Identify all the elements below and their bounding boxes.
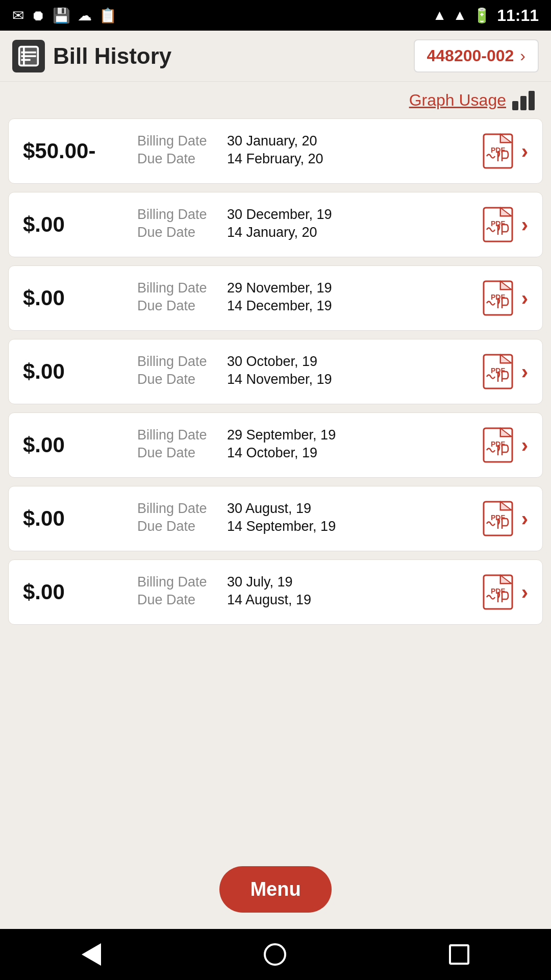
- header-left: Bill History: [12, 40, 171, 72]
- bill-amount-1: $.00: [23, 212, 125, 237]
- recents-button[interactable]: [449, 944, 469, 965]
- signal-icon: ▲: [453, 7, 467, 23]
- billing-date-row-5: Billing Date 30 August, 19: [137, 501, 470, 517]
- due-date-value-6: 14 August, 19: [227, 592, 311, 608]
- billing-date-value-2: 29 November, 19: [227, 280, 332, 296]
- due-date-label-5: Due Date: [137, 519, 219, 534]
- bill-item[interactable]: $.00 Billing Date 30 October, 19 Due Dat…: [8, 339, 543, 404]
- billing-date-label-3: Billing Date: [137, 354, 219, 370]
- billing-date-label-1: Billing Date: [137, 207, 219, 223]
- due-date-value-3: 14 November, 19: [227, 372, 332, 387]
- due-date-value-4: 14 October, 19: [227, 445, 317, 461]
- pdf-icon-5[interactable]: PDF: [483, 501, 513, 536]
- due-date-value-2: 14 December, 19: [227, 298, 332, 314]
- bill-dates-5: Billing Date 30 August, 19 Due Date 14 S…: [125, 501, 483, 536]
- due-date-row-4: Due Date 14 October, 19: [137, 445, 470, 461]
- recents-icon: [449, 944, 469, 965]
- due-date-label-1: Due Date: [137, 225, 219, 240]
- due-date-value-5: 14 September, 19: [227, 519, 336, 534]
- account-number: 448200-002: [427, 46, 514, 65]
- status-bar: ✉ ⏺ 💾 ☁ 📋 ▲ ▲ 🔋 11:11: [0, 0, 551, 31]
- record-icon: ⏺: [31, 7, 45, 24]
- pdf-icon-0[interactable]: PDF: [483, 133, 513, 169]
- back-icon: [82, 943, 101, 966]
- bill-amount-2: $.00: [23, 286, 125, 310]
- account-button[interactable]: 448200-002 ›: [414, 39, 539, 72]
- bill-actions-4: PDF ›: [483, 427, 528, 463]
- bill-dates-3: Billing Date 30 October, 19 Due Date 14 …: [125, 354, 483, 389]
- bill-chevron-icon-5: ›: [521, 507, 528, 530]
- billing-date-label-5: Billing Date: [137, 501, 219, 517]
- bill-chevron-icon-4: ›: [521, 434, 528, 457]
- pdf-icon-6[interactable]: PDF: [483, 574, 513, 610]
- due-date-label-2: Due Date: [137, 298, 219, 314]
- due-date-label-0: Due Date: [137, 151, 219, 167]
- billing-date-row-1: Billing Date 30 December, 19: [137, 207, 470, 223]
- due-date-label-6: Due Date: [137, 592, 219, 608]
- billing-date-row-6: Billing Date 30 July, 19: [137, 574, 470, 590]
- pdf-icon-3[interactable]: PDF: [483, 354, 513, 389]
- billing-date-row-0: Billing Date 30 January, 20: [137, 133, 470, 149]
- email-icon: ✉: [12, 7, 24, 24]
- graph-usage-button[interactable]: Graph Usage: [409, 90, 535, 110]
- bill-history-icon: [12, 40, 45, 72]
- bill-actions-5: PDF ›: [483, 501, 528, 536]
- back-button[interactable]: [82, 943, 101, 966]
- bar-chart-icon: [512, 90, 535, 110]
- graph-usage-label: Graph Usage: [409, 91, 506, 110]
- bar-1: [512, 101, 518, 110]
- home-button[interactable]: [264, 943, 286, 966]
- due-date-row-6: Due Date 14 August, 19: [137, 592, 470, 608]
- bill-item[interactable]: $.00 Billing Date 29 November, 19 Due Da…: [8, 265, 543, 331]
- bill-chevron-icon-6: ›: [521, 581, 528, 604]
- billing-date-label-2: Billing Date: [137, 280, 219, 296]
- bill-actions-2: PDF ›: [483, 280, 528, 316]
- billing-date-row-3: Billing Date 30 October, 19: [137, 354, 470, 370]
- billing-date-row-2: Billing Date 29 November, 19: [137, 280, 470, 296]
- billing-date-label-6: Billing Date: [137, 574, 219, 590]
- bill-item[interactable]: $.00 Billing Date 29 September, 19 Due D…: [8, 412, 543, 478]
- bill-item[interactable]: $.00 Billing Date 30 December, 19 Due Da…: [8, 192, 543, 257]
- due-date-row-3: Due Date 14 November, 19: [137, 372, 470, 387]
- pdf-icon-1[interactable]: PDF: [483, 207, 513, 242]
- status-icons-left: ✉ ⏺ 💾 ☁ 📋: [12, 7, 117, 24]
- status-time: 11:11: [497, 6, 539, 25]
- bill-amount-6: $.00: [23, 580, 125, 604]
- due-date-row-1: Due Date 14 January, 20: [137, 225, 470, 240]
- bill-chevron-icon-1: ›: [521, 213, 528, 236]
- bill-actions-3: PDF ›: [483, 354, 528, 389]
- due-date-label-3: Due Date: [137, 372, 219, 387]
- wifi-icon: ▲: [433, 7, 447, 23]
- bill-item[interactable]: $.00 Billing Date 30 July, 19 Due Date 1…: [8, 559, 543, 625]
- billing-date-label-4: Billing Date: [137, 427, 219, 443]
- nav-bar: [0, 929, 551, 980]
- due-date-value-1: 14 January, 20: [227, 225, 317, 240]
- bill-actions-1: PDF ›: [483, 207, 528, 242]
- menu-button[interactable]: Menu: [219, 866, 331, 913]
- bill-amount-0: $50.00-: [23, 139, 125, 163]
- pdf-icon-4[interactable]: PDF: [483, 427, 513, 463]
- billing-date-value-0: 30 January, 20: [227, 133, 317, 149]
- bar-2: [520, 96, 527, 110]
- header: Bill History 448200-002 ›: [0, 31, 551, 82]
- menu-container: Menu: [0, 854, 551, 929]
- billing-date-value-6: 30 July, 19: [227, 574, 293, 590]
- bill-amount-4: $.00: [23, 433, 125, 457]
- battery-icon: 🔋: [473, 7, 491, 24]
- bill-actions-6: PDF ›: [483, 574, 528, 610]
- bill-dates-2: Billing Date 29 November, 19 Due Date 14…: [125, 280, 483, 316]
- due-date-label-4: Due Date: [137, 445, 219, 461]
- bill-item[interactable]: $.00 Billing Date 30 August, 19 Due Date…: [8, 486, 543, 551]
- cloud-icon: ☁: [78, 7, 92, 24]
- due-date-row-0: Due Date 14 February, 20: [137, 151, 470, 167]
- bill-amount-3: $.00: [23, 359, 125, 384]
- page-title: Bill History: [53, 43, 171, 69]
- billing-date-value-5: 30 August, 19: [227, 501, 311, 517]
- graph-usage-bar: Graph Usage: [0, 82, 551, 118]
- bill-actions-0: PDF ›: [483, 133, 528, 169]
- bill-item[interactable]: $50.00- Billing Date 30 January, 20 Due …: [8, 118, 543, 184]
- pdf-icon-2[interactable]: PDF: [483, 280, 513, 316]
- bill-chevron-icon-0: ›: [521, 140, 528, 163]
- save-icon: 💾: [53, 7, 70, 24]
- due-date-row-2: Due Date 14 December, 19: [137, 298, 470, 314]
